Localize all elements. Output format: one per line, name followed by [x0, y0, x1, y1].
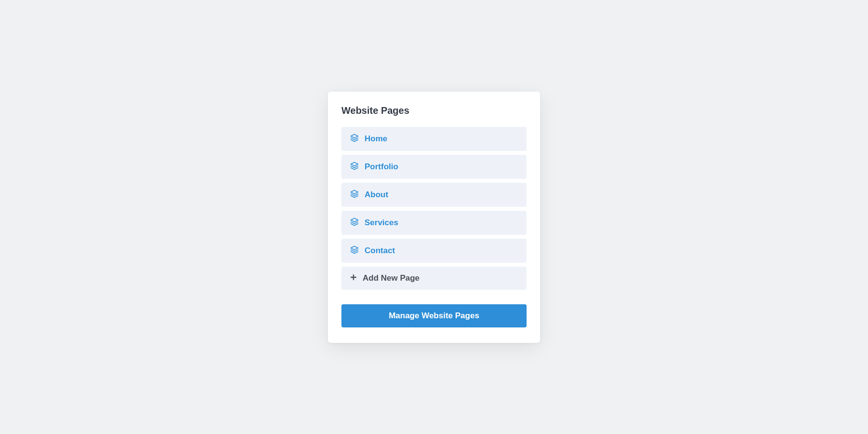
- card-title: Website Pages: [341, 105, 527, 116]
- svg-marker-2: [351, 190, 358, 194]
- layers-icon: [350, 162, 359, 172]
- page-item-home[interactable]: Home: [341, 127, 527, 151]
- layers-icon: [350, 134, 359, 144]
- page-item-label: Home: [365, 134, 387, 144]
- layers-icon: [350, 245, 359, 256]
- page-item-about[interactable]: About: [341, 183, 527, 207]
- svg-marker-3: [351, 218, 358, 222]
- layers-icon: [350, 217, 359, 228]
- website-pages-card: Website Pages Home Portfolio: [328, 92, 540, 343]
- page-item-portfolio[interactable]: Portfolio: [341, 155, 527, 179]
- page-list: Home Portfolio About: [341, 127, 527, 290]
- page-item-label: Contact: [365, 246, 395, 256]
- svg-marker-4: [351, 246, 358, 250]
- page-item-label: Services: [365, 218, 398, 228]
- page-item-label: About: [365, 190, 388, 200]
- plus-icon: [350, 274, 357, 283]
- page-item-label: Portfolio: [365, 162, 398, 172]
- add-new-page-label: Add New Page: [363, 273, 420, 283]
- svg-marker-0: [351, 134, 358, 138]
- svg-marker-1: [351, 162, 358, 166]
- page-item-contact[interactable]: Contact: [341, 239, 527, 263]
- add-new-page-button[interactable]: Add New Page: [341, 267, 527, 290]
- layers-icon: [350, 190, 359, 200]
- manage-website-pages-button[interactable]: Manage Website Pages: [341, 304, 527, 327]
- page-item-services[interactable]: Services: [341, 211, 527, 235]
